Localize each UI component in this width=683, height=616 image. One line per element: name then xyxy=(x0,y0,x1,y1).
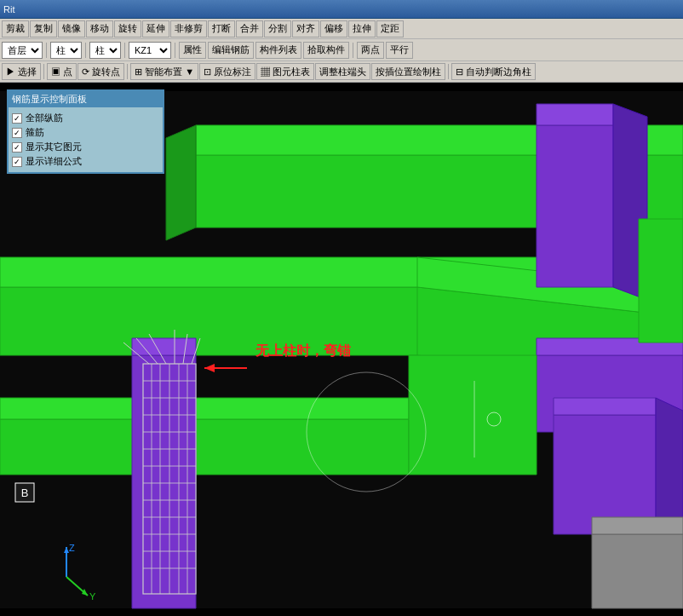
properties-btn[interactable]: 属性 xyxy=(179,42,206,59)
separator3 xyxy=(124,43,125,58)
cp-label-formula: 显示详细公式 xyxy=(26,155,82,168)
smart-layout-btn[interactable]: ⊞ 智能布置 ▼ xyxy=(130,63,198,80)
pick-component-btn[interactable]: 拾取构件 xyxy=(303,42,349,59)
cp-item-stirrup: 箍筋 xyxy=(12,125,159,140)
svg-marker-8 xyxy=(537,125,613,287)
titlebar: Rit xyxy=(0,0,683,19)
svg-marker-13 xyxy=(639,219,683,343)
toolbar-stretch[interactable]: 拉伸 xyxy=(348,20,376,37)
draw-by-position-btn[interactable]: 按插位置绘制柱 xyxy=(371,63,445,80)
separator1 xyxy=(46,43,47,58)
toolbar-container: 剪裁 复制 镜像 移动 旋转 延伸 非修剪 打断 合并 分割 对齐 偏移 拉伸 … xyxy=(0,19,683,83)
component-list-btn[interactable]: 构件列表 xyxy=(255,42,301,59)
toolbar-distance[interactable]: 定距 xyxy=(376,20,404,37)
toolbar-copy[interactable]: 复制 xyxy=(30,20,57,37)
cp-item-longitudinal: 全部纵筋 xyxy=(12,111,159,125)
svg-marker-14 xyxy=(554,415,656,534)
svg-marker-17 xyxy=(592,534,683,608)
separator8 xyxy=(448,64,449,79)
svg-text:Z: Z xyxy=(69,543,75,553)
separator6 xyxy=(43,64,44,79)
control-panel-title: 钢筋显示控制面板 xyxy=(9,91,163,107)
toolbar-notrim[interactable]: 非修剪 xyxy=(170,20,207,37)
toolbar-offset[interactable]: 偏移 xyxy=(320,20,347,37)
svg-marker-22 xyxy=(132,355,196,608)
rotation-point-btn[interactable]: ⟳ 旋转点 xyxy=(77,63,124,80)
edit-rebar-btn[interactable]: 编辑钢筋 xyxy=(208,42,254,59)
main-area: B Z Y 无上柱时，弯锚 钢筋显示控制面板 全部纵筋 箍筋 显示其它 xyxy=(0,83,683,616)
select-btn[interactable]: ▶ 选择 xyxy=(2,63,41,80)
toolbar-rotate[interactable]: 旋转 xyxy=(114,20,141,37)
cp-item-formula: 显示详细公式 xyxy=(12,154,159,169)
toolbar1: 剪裁 复制 镜像 移动 旋转 延伸 非修剪 打断 合并 分割 对齐 偏移 拉伸 … xyxy=(0,19,683,39)
toolbar-align[interactable]: 对齐 xyxy=(292,20,319,37)
separator7 xyxy=(127,64,128,79)
control-panel: 钢筋显示控制面板 全部纵筋 箍筋 显示其它图元 显示详细公式 xyxy=(7,89,164,174)
svg-marker-20 xyxy=(0,398,409,419)
cp-check-longitudinal[interactable] xyxy=(12,113,22,124)
svg-text:Y: Y xyxy=(89,591,96,602)
svg-marker-9 xyxy=(537,104,613,125)
toolbar-mirror[interactable]: 镜像 xyxy=(58,20,85,37)
auto-corner-btn[interactable]: ⊟ 自动判断边角柱 xyxy=(451,63,536,80)
adjust-end-btn[interactable]: 调整柱端头 xyxy=(315,63,370,80)
cp-item-other: 显示其它图元 xyxy=(12,140,159,154)
toolbar2: 首层 柱 柱 KZ1 属性 编辑钢筋 构件列表 拾取构件 两点 平行 xyxy=(0,39,683,61)
separator4 xyxy=(175,43,175,58)
two-point-btn[interactable]: 两点 xyxy=(357,42,384,59)
svg-marker-15 xyxy=(554,398,656,415)
element-id-select[interactable]: KZ1 xyxy=(129,42,171,59)
separator2 xyxy=(85,43,86,58)
cp-check-stirrup[interactable] xyxy=(12,128,22,138)
point-btn[interactable]: ▣ 点 xyxy=(47,63,77,80)
separator5 xyxy=(353,43,353,58)
cp-label-other: 显示其它图元 xyxy=(26,141,82,153)
cp-check-other[interactable] xyxy=(12,142,22,153)
column-table-btn[interactable]: ▦ 图元柱表 xyxy=(256,63,314,80)
cp-check-formula[interactable] xyxy=(12,157,22,167)
svg-marker-21 xyxy=(409,355,537,475)
element-type-select1[interactable]: 柱 xyxy=(50,42,82,59)
svg-marker-18 xyxy=(592,517,683,534)
svg-text:无上柱时，弯锚: 无上柱时，弯锚 xyxy=(255,343,351,358)
level-select[interactable]: 首层 xyxy=(2,42,43,59)
cp-label-stirrup: 箍筋 xyxy=(26,126,44,139)
toolbar3: ▶ 选择 ▣ 点 ⟳ 旋转点 ⊞ 智能布置 ▼ ⊡ 原位标注 ▦ 图元柱表 调整… xyxy=(0,61,683,82)
toolbar-cut[interactable]: 剪裁 xyxy=(2,20,29,37)
svg-text:B: B xyxy=(21,486,29,499)
toolbar-move[interactable]: 移动 xyxy=(86,20,113,37)
toolbar-extend[interactable]: 延伸 xyxy=(142,20,169,37)
toolbar-merge[interactable]: 合并 xyxy=(236,20,263,37)
element-type-select2[interactable]: 柱 xyxy=(89,42,121,59)
parallel-btn[interactable]: 平行 xyxy=(386,42,413,59)
svg-marker-19 xyxy=(0,419,409,475)
title-text: Rit xyxy=(3,4,14,14)
svg-marker-3 xyxy=(166,125,196,240)
cp-label-longitudinal: 全部纵筋 xyxy=(26,112,63,124)
toolbar-break[interactable]: 打断 xyxy=(208,20,235,37)
toolbar-split[interactable]: 分割 xyxy=(264,20,291,37)
original-annotation-btn[interactable]: ⊡ 原位标注 xyxy=(199,63,255,80)
